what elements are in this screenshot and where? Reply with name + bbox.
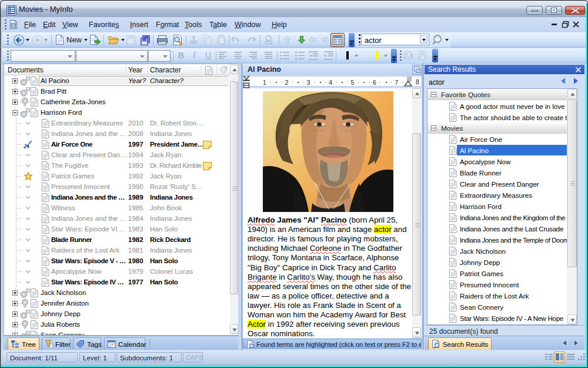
svg-text:!: !: [411, 52, 413, 59]
